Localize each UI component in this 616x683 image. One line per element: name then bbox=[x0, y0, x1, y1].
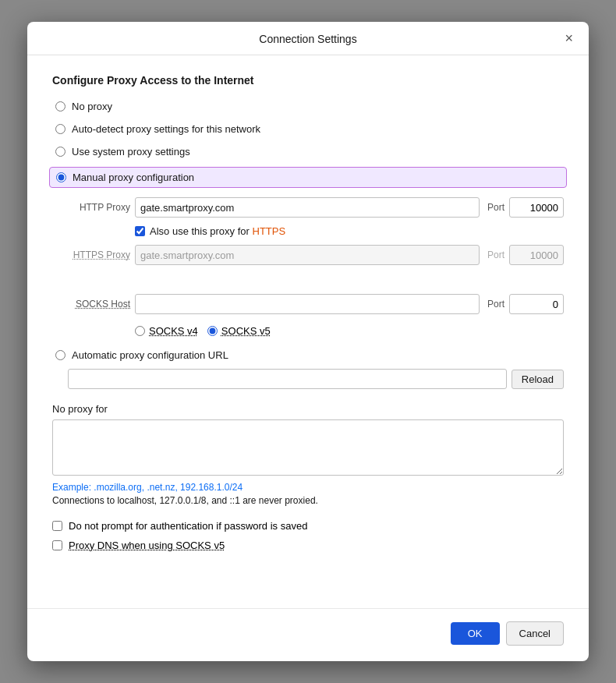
radio-no-proxy-input[interactable] bbox=[55, 101, 65, 111]
http-port-input[interactable] bbox=[509, 197, 564, 218]
dialog-body: Configure Proxy Access to the Internet N… bbox=[27, 55, 589, 602]
info-text: Connections to localhost, 127.0.0.1/8, a… bbox=[52, 495, 564, 506]
no-proxy-for-text: No proxy for bbox=[52, 403, 108, 415]
no-proxy-for-label: No proxy for bbox=[52, 403, 564, 415]
dialog-footer: OK Cancel bbox=[27, 608, 589, 661]
auto-proxy-url-row: Reload bbox=[68, 369, 564, 389]
http-port-label: Port bbox=[487, 202, 504, 213]
https-port-input bbox=[509, 245, 564, 265]
close-button[interactable]: × bbox=[560, 30, 578, 47]
https-proxy-label: HTTPS Proxy bbox=[68, 249, 130, 260]
no-auth-prompt-label: Do not prompt for authentication if pass… bbox=[69, 520, 307, 532]
proxy-dns-row[interactable]: Proxy DNS when using SOCKS v5 bbox=[52, 540, 564, 551]
connection-settings-dialog: Connection Settings × Configure Proxy Ac… bbox=[27, 22, 589, 661]
proxy-dns-checkbox[interactable] bbox=[52, 540, 62, 550]
socks-v5-option[interactable]: SOCKS v5 bbox=[207, 325, 271, 337]
radio-no-proxy[interactable]: No proxy bbox=[52, 99, 564, 114]
socks-v5-radio[interactable] bbox=[207, 326, 218, 336]
socks-host-input[interactable] bbox=[135, 294, 480, 314]
radio-auto-url-label: Automatic proxy configuration URL bbox=[72, 349, 228, 361]
radio-system-proxy-label: Use system proxy settings bbox=[72, 146, 190, 157]
example-text: Example: .mozilla.org, .net.nz, 192.168.… bbox=[52, 482, 564, 493]
dialog-titlebar: Connection Settings × bbox=[27, 22, 589, 55]
radio-system-proxy-input[interactable] bbox=[55, 147, 65, 157]
https-text: HTTPS bbox=[253, 225, 286, 237]
bottom-checkboxes: Do not prompt for authentication if pass… bbox=[52, 520, 564, 551]
https-checkbox-input[interactable] bbox=[135, 226, 145, 236]
socks-v4-radio[interactable] bbox=[135, 326, 145, 336]
https-checkbox-prefix: Also use this proxy for bbox=[150, 225, 253, 237]
no-auth-prompt-checkbox[interactable] bbox=[52, 521, 62, 531]
dialog-title: Connection Settings bbox=[259, 33, 356, 45]
radio-system-proxy[interactable]: Use system proxy settings bbox=[52, 144, 564, 159]
cancel-button[interactable]: Cancel bbox=[506, 621, 564, 646]
http-proxy-row: HTTP Proxy Port bbox=[68, 197, 564, 218]
radio-manual-proxy[interactable]: Manual proxy configuration bbox=[49, 167, 567, 188]
no-auth-prompt-row[interactable]: Do not prompt for authentication if pass… bbox=[52, 520, 564, 532]
https-proxy-row: HTTPS Proxy Port bbox=[68, 245, 564, 265]
https-checkbox-row: Also use this proxy for HTTPS bbox=[135, 225, 564, 237]
auto-proxy-section: Automatic proxy configuration URL Reload bbox=[52, 348, 564, 389]
reload-button[interactable]: Reload bbox=[512, 370, 564, 389]
no-proxy-section: No proxy for Example: .mozilla.org, .net… bbox=[52, 403, 564, 506]
socks-v4-option[interactable]: SOCKS v4 bbox=[135, 325, 198, 337]
ok-button[interactable]: OK bbox=[451, 622, 500, 645]
auto-proxy-url-input[interactable] bbox=[68, 369, 507, 389]
radio-auto-url[interactable]: Automatic proxy configuration URL bbox=[52, 348, 564, 363]
no-proxy-textarea[interactable] bbox=[52, 419, 564, 476]
socks-version-row: SOCKS v4 SOCKS v5 bbox=[135, 325, 564, 337]
socks-port-input[interactable] bbox=[509, 294, 564, 314]
radio-no-proxy-label: No proxy bbox=[72, 101, 112, 112]
https-port-label: Port bbox=[487, 249, 504, 260]
proxy-radio-group: No proxy Auto-detect proxy settings for … bbox=[52, 99, 564, 188]
radio-auto-url-input[interactable] bbox=[55, 350, 65, 360]
https-proxy-input bbox=[135, 245, 480, 265]
manual-proxy-fields: HTTP Proxy Port Also use this proxy for … bbox=[68, 197, 564, 337]
socks-v5-label: SOCKS v5 bbox=[221, 325, 271, 337]
divider-row bbox=[68, 279, 564, 280]
radio-auto-detect[interactable]: Auto-detect proxy settings for this netw… bbox=[52, 122, 564, 136]
radio-auto-detect-label: Auto-detect proxy settings for this netw… bbox=[72, 123, 260, 135]
proxy-dns-label: Proxy DNS when using SOCKS v5 bbox=[69, 540, 225, 551]
section-title: Configure Proxy Access to the Internet bbox=[52, 74, 564, 87]
radio-manual-proxy-input[interactable] bbox=[56, 172, 66, 182]
http-proxy-input[interactable] bbox=[135, 197, 480, 218]
http-proxy-label: HTTP Proxy bbox=[68, 202, 130, 213]
socks-v4-label: SOCKS v4 bbox=[149, 325, 198, 337]
socks-host-row: SOCKS Host Port bbox=[68, 294, 564, 314]
radio-manual-proxy-label: Manual proxy configuration bbox=[73, 172, 194, 183]
radio-auto-detect-input[interactable] bbox=[55, 124, 65, 134]
socks-host-label: SOCKS Host bbox=[68, 299, 130, 310]
https-checkbox-label: Also use this proxy for HTTPS bbox=[150, 225, 285, 237]
socks-port-label: Port bbox=[487, 299, 504, 310]
